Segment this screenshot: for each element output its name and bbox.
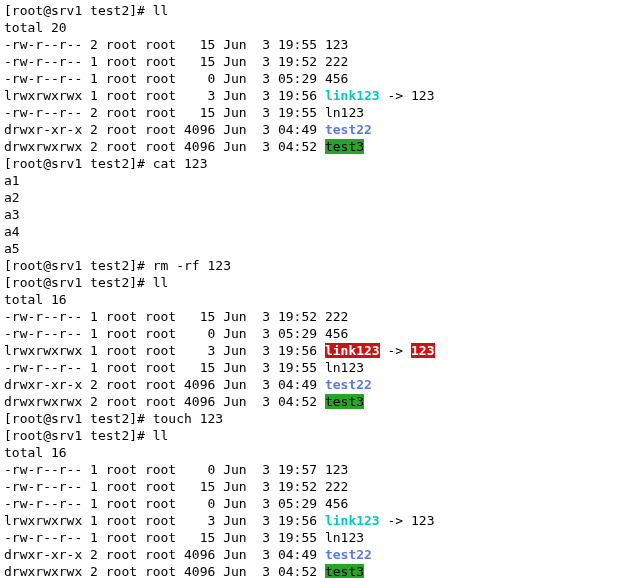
ls-row: -rw-r--r-- 1 root root 0 Jun 3 05:29 456 (4, 495, 621, 512)
symlink-target: 123 (411, 513, 434, 528)
ls-row-meta: -rw-r--r-- 1 root root 15 Jun 3 19:55 (4, 530, 325, 545)
prompt: [root@srv1 test2]# (4, 275, 153, 290)
command-line: [root@srv1 test2]# ll (4, 274, 621, 291)
ls-row-meta: drwxr-xr-x 2 root root 4096 Jun 3 04:49 (4, 377, 325, 392)
ls-row-meta: -rw-r--r-- 2 root root 15 Jun 3 19:55 (4, 37, 325, 52)
prompt: [root@srv1 test2]# (4, 411, 153, 426)
ls-row: lrwxrwxrwx 1 root root 3 Jun 3 19:56 lin… (4, 342, 621, 359)
ls-listing: -rw-r--r-- 1 root root 0 Jun 3 19:57 123… (4, 461, 621, 578)
ls-row-meta: lrwxrwxrwx 1 root root 3 Jun 3 19:56 (4, 88, 325, 103)
ls-filename: link123 (325, 513, 380, 528)
ls-row: -rw-r--r-- 1 root root 15 Jun 3 19:52 22… (4, 308, 621, 325)
ls-row: -rw-r--r-- 1 root root 15 Jun 3 19:52 22… (4, 478, 621, 495)
ls-total: total 20 (4, 19, 621, 36)
ls-filename: link123 (325, 343, 380, 358)
ls-row: -rw-r--r-- 2 root root 15 Jun 3 19:55 12… (4, 36, 621, 53)
command-line: [root@srv1 test2]# rm -rf 123 (4, 257, 621, 274)
ls-row: drwxrwxrwx 2 root root 4096 Jun 3 04:52 … (4, 138, 621, 155)
ls-row-meta: drwxrwxrwx 2 root root 4096 Jun 3 04:52 (4, 564, 325, 578)
ls-row-meta: -rw-r--r-- 1 root root 15 Jun 3 19:52 (4, 479, 325, 494)
ls-row: -rw-r--r-- 2 root root 15 Jun 3 19:55 ln… (4, 104, 621, 121)
ls-row-meta: drwxr-xr-x 2 root root 4096 Jun 3 04:49 (4, 547, 325, 562)
ls-row-meta: -rw-r--r-- 1 root root 15 Jun 3 19:55 (4, 360, 325, 375)
command-text: cat 123 (153, 156, 208, 171)
symlink-arrow: -> (380, 88, 411, 103)
ls-total: total 16 (4, 291, 621, 308)
ls-filename: 456 (325, 71, 348, 86)
ls-row-meta: -rw-r--r-- 1 root root 0 Jun 3 05:29 (4, 326, 325, 341)
ls-row-meta: -rw-r--r-- 1 root root 0 Jun 3 05:29 (4, 71, 325, 86)
output-line: a3 (4, 206, 621, 223)
prompt: [root@srv1 test2]# (4, 258, 153, 273)
ls-row-meta: -rw-r--r-- 2 root root 15 Jun 3 19:55 (4, 105, 325, 120)
ls-listing: -rw-r--r-- 1 root root 15 Jun 3 19:52 22… (4, 308, 621, 410)
ls-row-meta: -rw-r--r-- 1 root root 15 Jun 3 19:52 (4, 54, 325, 69)
ls-row-meta: -rw-r--r-- 1 root root 0 Jun 3 19:57 (4, 462, 325, 477)
command-line: [root@srv1 test2]# ll (4, 427, 621, 444)
command-line: [root@srv1 test2]# touch 123 (4, 410, 621, 427)
command-text: ll (153, 3, 169, 18)
prompt: [root@srv1 test2]# (4, 156, 153, 171)
symlink-target: 123 (411, 343, 434, 358)
ls-filename: ln123 (325, 530, 364, 545)
ls-filename: 123 (325, 462, 348, 477)
symlink-arrow: -> (380, 343, 411, 358)
ls-row: -rw-r--r-- 1 root root 0 Jun 3 05:29 456 (4, 70, 621, 87)
prompt: [root@srv1 test2]# (4, 428, 153, 443)
ls-row-meta: drwxrwxrwx 2 root root 4096 Jun 3 04:52 (4, 139, 325, 154)
ls-filename: 123 (325, 37, 348, 52)
ls-row-meta: lrwxrwxrwx 1 root root 3 Jun 3 19:56 (4, 513, 325, 528)
ls-row: -rw-r--r-- 1 root root 15 Jun 3 19:52 22… (4, 53, 621, 70)
ls-row: drwxr-xr-x 2 root root 4096 Jun 3 04:49 … (4, 121, 621, 138)
ls-filename: 222 (325, 309, 348, 324)
ls-filename: link123 (325, 88, 380, 103)
ls-filename: 222 (325, 54, 348, 69)
command-text: touch 123 (153, 411, 223, 426)
output-line: a5 (4, 240, 621, 257)
ls-filename: test3 (325, 139, 364, 154)
ls-row: -rw-r--r-- 1 root root 15 Jun 3 19:55 ln… (4, 359, 621, 376)
ls-row: drwxr-xr-x 2 root root 4096 Jun 3 04:49 … (4, 376, 621, 393)
output-line: a4 (4, 223, 621, 240)
prompt: [root@srv1 test2]# (4, 3, 153, 18)
ls-row: -rw-r--r-- 1 root root 0 Jun 3 05:29 456 (4, 325, 621, 342)
ls-row: lrwxrwxrwx 1 root root 3 Jun 3 19:56 lin… (4, 512, 621, 529)
ls-filename: 456 (325, 326, 348, 341)
ls-row: -rw-r--r-- 1 root root 0 Jun 3 19:57 123 (4, 461, 621, 478)
ls-row-meta: lrwxrwxrwx 1 root root 3 Jun 3 19:56 (4, 343, 325, 358)
ls-row: lrwxrwxrwx 1 root root 3 Jun 3 19:56 lin… (4, 87, 621, 104)
ls-filename: ln123 (325, 360, 364, 375)
ls-filename: 222 (325, 479, 348, 494)
ls-row-meta: -rw-r--r-- 1 root root 0 Jun 3 05:29 (4, 496, 325, 511)
ls-filename: test22 (325, 377, 372, 392)
ls-row: drwxrwxrwx 2 root root 4096 Jun 3 04:52 … (4, 393, 621, 410)
ls-row: drwxr-xr-x 2 root root 4096 Jun 3 04:49 … (4, 546, 621, 563)
cat-output: a1a2a3a4a5 (4, 172, 621, 257)
ls-filename: test3 (325, 394, 364, 409)
command-text: ll (153, 428, 169, 443)
ls-row-meta: drwxrwxrwx 2 root root 4096 Jun 3 04:52 (4, 394, 325, 409)
command-line: [root@srv1 test2]# cat 123 (4, 155, 621, 172)
symlink-target: 123 (411, 88, 434, 103)
ls-listing: -rw-r--r-- 2 root root 15 Jun 3 19:55 12… (4, 36, 621, 155)
ls-row-meta: drwxr-xr-x 2 root root 4096 Jun 3 04:49 (4, 122, 325, 137)
ls-total: total 16 (4, 444, 621, 461)
symlink-arrow: -> (380, 513, 411, 528)
ls-row: -rw-r--r-- 1 root root 15 Jun 3 19:55 ln… (4, 529, 621, 546)
ls-filename: test22 (325, 122, 372, 137)
ls-row: drwxrwxrwx 2 root root 4096 Jun 3 04:52 … (4, 563, 621, 578)
terminal[interactable]: [root@srv1 test2]# ll total 20 -rw-r--r-… (0, 0, 625, 578)
ls-filename: test3 (325, 564, 364, 578)
ls-filename: 456 (325, 496, 348, 511)
command-text: ll (153, 275, 169, 290)
command-line: [root@srv1 test2]# ll (4, 2, 621, 19)
ls-filename: ln123 (325, 105, 364, 120)
ls-filename: test22 (325, 547, 372, 562)
output-line: a1 (4, 172, 621, 189)
output-line: a2 (4, 189, 621, 206)
ls-row-meta: -rw-r--r-- 1 root root 15 Jun 3 19:52 (4, 309, 325, 324)
command-text: rm -rf 123 (153, 258, 231, 273)
